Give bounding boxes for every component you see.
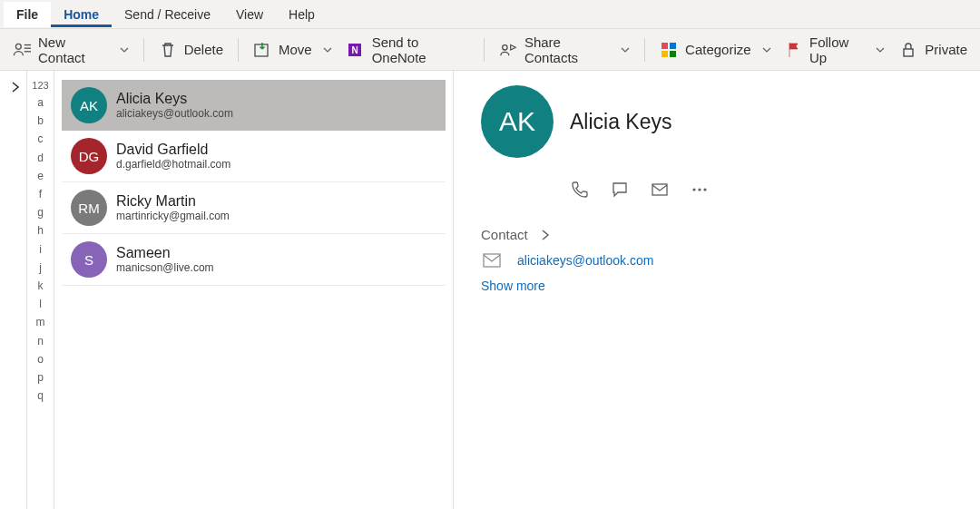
menu-view[interactable]: View bbox=[223, 2, 276, 27]
alpha-c[interactable]: c bbox=[38, 133, 44, 145]
contact-row[interactable]: DG David Garfield d.garfield@hotmail.com bbox=[62, 131, 446, 182]
svg-rect-13 bbox=[652, 184, 667, 195]
chevron-down-icon bbox=[323, 45, 332, 54]
contact-list: AK Alicia Keys aliciakeys@outlook.com DG… bbox=[54, 71, 454, 509]
alpha-o[interactable]: o bbox=[37, 354, 44, 366]
menu-file[interactable]: File bbox=[4, 2, 51, 27]
menu-help[interactable]: Help bbox=[276, 2, 328, 27]
alpha-f[interactable]: f bbox=[39, 189, 42, 201]
new-contact-label: New Contact bbox=[38, 34, 109, 65]
alpha-k[interactable]: k bbox=[38, 280, 44, 292]
alpha-g[interactable]: g bbox=[37, 207, 44, 219]
contact-email: martinricky@gmail.com bbox=[116, 210, 230, 222]
svg-point-16 bbox=[703, 188, 706, 191]
chat-icon bbox=[610, 180, 630, 200]
svg-rect-10 bbox=[662, 51, 668, 57]
call-button[interactable] bbox=[570, 180, 590, 200]
share-contacts-button[interactable]: Share Contacts bbox=[492, 31, 637, 69]
svg-point-14 bbox=[692, 188, 695, 191]
chat-button[interactable] bbox=[610, 180, 630, 200]
alpha-d[interactable]: d bbox=[37, 152, 44, 164]
alpha-n[interactable]: n bbox=[37, 336, 44, 347]
alpha-q[interactable]: q bbox=[37, 390, 44, 402]
move-button[interactable]: Move bbox=[246, 37, 339, 63]
svg-rect-11 bbox=[670, 51, 676, 57]
chevron-down-icon bbox=[120, 45, 129, 54]
onenote-icon: N bbox=[347, 41, 365, 59]
contact-name: Alicia Keys bbox=[116, 91, 233, 107]
alpha-m[interactable]: m bbox=[36, 317, 45, 328]
ribbon-toolbar: New Contact Delete Move N Send to OneNot… bbox=[0, 29, 980, 71]
contact-row[interactable]: AK Alicia Keys aliciakeys@outlook.com bbox=[62, 80, 446, 131]
onenote-label: Send to OneNote bbox=[372, 34, 469, 65]
show-more-link[interactable]: Show more bbox=[481, 279, 953, 293]
categorize-label: Categorize bbox=[685, 42, 751, 57]
categorize-button[interactable]: Categorize bbox=[652, 37, 779, 63]
move-label: Move bbox=[279, 42, 312, 57]
mail-button[interactable] bbox=[650, 180, 670, 200]
contact-email: d.garfield@hotmail.com bbox=[116, 158, 230, 171]
contact-email: manicson@live.com bbox=[116, 261, 214, 274]
phone-icon bbox=[570, 180, 590, 200]
alpha-index: 123 a b c d e f g h i j k l m n o p q bbox=[27, 71, 54, 509]
menu-send-receive[interactable]: Send / Receive bbox=[112, 2, 223, 27]
detail-avatar: AK bbox=[481, 85, 554, 158]
avatar: DG bbox=[71, 138, 107, 174]
alpha-h[interactable]: h bbox=[37, 225, 44, 237]
expand-nav-button[interactable] bbox=[11, 82, 20, 93]
svg-rect-9 bbox=[670, 43, 676, 49]
toolbar-separator bbox=[484, 38, 485, 62]
menubar: File Home Send / Receive View Help bbox=[0, 0, 980, 29]
contact-name: Sameen bbox=[116, 245, 214, 261]
alpha-l[interactable]: l bbox=[39, 299, 42, 310]
collapsed-nav-pane bbox=[0, 71, 27, 509]
delete-button[interactable]: Delete bbox=[152, 37, 230, 63]
delete-label: Delete bbox=[184, 42, 223, 57]
share-contacts-icon bbox=[499, 41, 517, 59]
share-contacts-label: Share Contacts bbox=[524, 34, 610, 65]
contact-email-link[interactable]: aliciakeys@outlook.com bbox=[517, 253, 653, 268]
chevron-down-icon bbox=[762, 45, 771, 54]
avatar: S bbox=[71, 241, 107, 278]
contact-row[interactable]: S Sameen manicson@live.com bbox=[62, 234, 446, 286]
contact-email: aliciakeys@outlook.com bbox=[116, 107, 233, 120]
private-button[interactable]: Private bbox=[892, 37, 975, 63]
alpha-b[interactable]: b bbox=[37, 115, 44, 127]
svg-point-7 bbox=[503, 44, 507, 49]
contact-section-header[interactable]: Contact bbox=[481, 227, 953, 242]
svg-text:N: N bbox=[351, 45, 358, 55]
detail-name: Alicia Keys bbox=[570, 110, 671, 134]
alpha-e[interactable]: e bbox=[37, 171, 44, 182]
toolbar-separator bbox=[644, 38, 645, 62]
mail-icon bbox=[483, 253, 501, 268]
menu-home[interactable]: Home bbox=[51, 2, 112, 27]
chevron-right-icon bbox=[541, 230, 550, 240]
mail-icon bbox=[650, 180, 670, 200]
ellipsis-icon bbox=[690, 180, 710, 200]
svg-rect-17 bbox=[484, 254, 500, 267]
flag-icon bbox=[786, 41, 802, 59]
new-contact-button[interactable]: New Contact bbox=[5, 31, 136, 69]
lock-icon bbox=[899, 41, 917, 59]
categorize-icon bbox=[660, 41, 678, 59]
alpha-j[interactable]: j bbox=[39, 262, 42, 274]
more-actions-button[interactable] bbox=[690, 180, 710, 200]
avatar: AK bbox=[71, 87, 107, 123]
private-label: Private bbox=[925, 42, 967, 57]
contact-name: Ricky Martin bbox=[116, 193, 230, 210]
chevron-down-icon bbox=[876, 45, 885, 54]
svg-rect-4 bbox=[255, 44, 268, 56]
trash-icon bbox=[159, 41, 177, 59]
contact-row[interactable]: RM Ricky Martin martinricky@gmail.com bbox=[62, 182, 446, 234]
toolbar-separator bbox=[143, 38, 144, 62]
move-icon bbox=[253, 41, 271, 59]
alpha-index-header[interactable]: 123 bbox=[32, 80, 48, 91]
svg-point-15 bbox=[698, 188, 701, 191]
alpha-i[interactable]: i bbox=[39, 244, 42, 256]
alpha-p[interactable]: p bbox=[37, 372, 44, 384]
svg-rect-8 bbox=[662, 43, 668, 49]
follow-up-button[interactable]: Follow Up bbox=[779, 31, 893, 69]
alpha-a[interactable]: a bbox=[37, 97, 44, 109]
send-to-onenote-button[interactable]: N Send to OneNote bbox=[339, 31, 476, 69]
contact-section-label: Contact bbox=[481, 227, 528, 242]
